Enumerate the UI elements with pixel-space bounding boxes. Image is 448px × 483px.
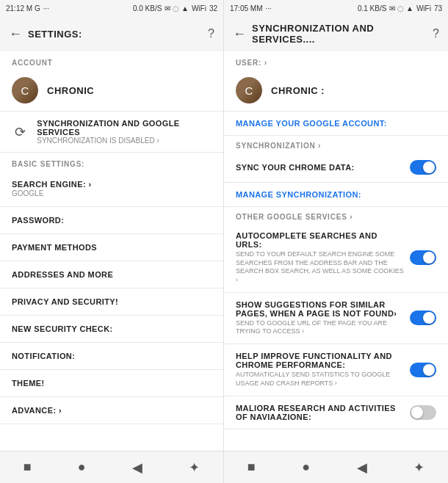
maliora-toggle[interactable] bbox=[410, 405, 436, 420]
privacy-title: PRIVACY AND SECURITY! bbox=[12, 297, 212, 306]
sync-chrome-text: SYNC YOUR CHROME DATA: bbox=[236, 163, 410, 172]
advance-title: ADVANCE: › bbox=[12, 406, 212, 415]
service-item-suggestions[interactable]: SHOW SUGGESTIONS FOR SIMILAR PAGES, WHEN… bbox=[224, 293, 448, 344]
autocomplete-sub: SEND TO YOUR DEFAULT SEARCH ENGINE SOME … bbox=[236, 250, 404, 285]
autocomplete-text: AUTOCOMPLETE SEARCHES AND URLS: SEND TO … bbox=[236, 231, 410, 285]
avatar-image: C bbox=[12, 77, 38, 104]
left-battery: 32 bbox=[209, 4, 217, 12]
addresses-title: ADDRESSES AND MORE bbox=[12, 270, 212, 279]
left-status-right: 0.0 KB/S ✉ ◌ ▲ WiFi 32 bbox=[133, 4, 217, 12]
sync-chrome-toggle[interactable] bbox=[410, 160, 436, 175]
improve-toggle[interactable] bbox=[410, 363, 436, 377]
security-check-title: NEW SECURITY CHECK: bbox=[12, 324, 212, 333]
improve-sub: AUTOMATICALLY SEND STATISTICS TO GOOGLE … bbox=[236, 371, 404, 388]
left-status-left: 21:12 M G ··· bbox=[6, 4, 49, 12]
maliora-knob bbox=[411, 407, 423, 418]
autocomplete-knob bbox=[423, 252, 435, 264]
suggestions-text: SHOW SUGGESTIONS FOR SIMILAR PAGES, WHEN… bbox=[236, 300, 410, 336]
left-content: ACCOUNT C CHRONIC ⟳ SYNCHRONIZATION AND … bbox=[0, 51, 223, 451]
right-nav-back-icon[interactable]: ◀ bbox=[351, 454, 373, 482]
right-status-left: 17:05 MM ··· bbox=[230, 4, 272, 12]
maliora-text: MALIORA RESEARCH AND ACTIVITIES OF NAVIA… bbox=[236, 404, 410, 421]
right-battery: 73 bbox=[434, 4, 442, 12]
left-status-dots: ··· bbox=[43, 4, 49, 12]
improve-title: HELP IMPROVE FUNCTIONALITY AND CHROME PE… bbox=[236, 352, 404, 369]
right-user-label: USER: › bbox=[224, 51, 448, 70]
nav-menu-icon[interactable]: ✦ bbox=[183, 454, 206, 482]
right-help-button[interactable]: ? bbox=[433, 27, 439, 40]
settings-item-advance[interactable]: ADVANCE: › bbox=[0, 397, 223, 424]
improve-knob bbox=[423, 364, 435, 376]
sync-chrome-item[interactable]: SYNC YOUR CHROME DATA: bbox=[224, 153, 448, 183]
right-panel: 17:05 MM ··· 0.1 KB/S ✉ ◌ ▲ WiFi 73 ← SY… bbox=[224, 0, 448, 483]
service-item-autocomplete[interactable]: AUTOCOMPLETE SEARCHES AND URLS: SEND TO … bbox=[224, 224, 448, 293]
right-status-right: 0.1 KB/S ✉ ◌ ▲ WiFi 73 bbox=[358, 4, 442, 12]
settings-item-payment[interactable]: PAYMENT METHODS bbox=[0, 234, 223, 261]
right-account-name: CHRONIC : bbox=[271, 85, 325, 96]
notification-title: NOTIFICATION: bbox=[12, 352, 212, 360]
settings-item-password[interactable]: PASSWORD: bbox=[0, 207, 223, 234]
right-page-title: SYNCHRONIZATION AND SERVICES.... bbox=[252, 23, 427, 45]
suggestions-knob bbox=[423, 312, 435, 324]
left-nav-bar: ■ ● ◀ ✦ bbox=[0, 451, 223, 483]
basic-settings-label: BASIC SETTINGS: bbox=[0, 153, 223, 171]
service-item-maliora[interactable]: MALIORA RESEARCH AND ACTIVITIES OF NAVIA… bbox=[224, 396, 448, 429]
left-back-button[interactable]: ← bbox=[9, 26, 22, 42]
left-status-bar: 21:12 M G ··· 0.0 KB/S ✉ ◌ ▲ WiFi 32 bbox=[0, 0, 223, 16]
nav-circle-icon[interactable]: ● bbox=[72, 454, 92, 481]
sync-subtitle: SYNCHRONIZATION IS DISABLED › bbox=[37, 137, 212, 145]
other-services-label: OTHER GOOGLE SERVICES › bbox=[224, 207, 448, 224]
left-wifi-icon: WiFi bbox=[192, 4, 206, 12]
sync-chrome-knob bbox=[423, 161, 435, 173]
right-account-row[interactable]: C CHRONIC : bbox=[224, 70, 448, 112]
theme-title: THEME! bbox=[12, 379, 212, 388]
improve-text: HELP IMPROVE FUNCTIONALITY AND CHROME PE… bbox=[236, 352, 410, 388]
left-help-button[interactable]: ? bbox=[208, 27, 214, 40]
left-page-title: SETTINGS: bbox=[28, 29, 202, 40]
settings-item-search-engine[interactable]: SEARCH ENGINE: › GOOGLE bbox=[0, 171, 223, 207]
search-engine-sub: GOOGLE bbox=[12, 189, 212, 197]
sync-icon: ⟳ bbox=[12, 124, 28, 140]
settings-item-notification[interactable]: NOTIFICATION: bbox=[0, 343, 223, 370]
right-nav-menu-icon[interactable]: ✦ bbox=[408, 454, 430, 482]
payment-title: PAYMENT METHODS bbox=[12, 243, 212, 252]
autocomplete-toggle[interactable] bbox=[410, 250, 436, 265]
settings-item-theme[interactable]: THEME! bbox=[0, 370, 223, 397]
settings-item-security-check[interactable]: NEW SECURITY CHECK: bbox=[0, 316, 223, 343]
suggestions-title: SHOW SUGGESTIONS FOR SIMILAR PAGES, WHEN… bbox=[236, 300, 404, 318]
suggestions-toggle[interactable] bbox=[410, 310, 436, 325]
manage-sync-link[interactable]: MANAGE SYNCHRONIZATION: bbox=[224, 183, 448, 207]
sync-text-block: SYNCHRONIZATION AND GOOGLE SERVICES SYNC… bbox=[37, 119, 212, 145]
password-title: PASSWORD: bbox=[12, 216, 212, 225]
service-item-improve[interactable]: HELP IMPROVE FUNCTIONALITY AND CHROME PE… bbox=[224, 344, 448, 396]
left-time: 21:12 M G bbox=[6, 4, 40, 12]
right-time: 17:05 MM bbox=[230, 4, 262, 12]
right-status-dots: ··· bbox=[265, 4, 271, 12]
account-row[interactable]: C CHRONIC bbox=[0, 70, 223, 112]
left-network: 0.0 KB/S bbox=[133, 4, 162, 12]
nav-stop-icon[interactable]: ■ bbox=[18, 454, 37, 481]
right-network: 0.1 KB/S bbox=[358, 4, 386, 12]
right-top-bar: ← SYNCHRONIZATION AND SERVICES.... ? bbox=[224, 16, 448, 51]
right-back-button[interactable]: ← bbox=[233, 26, 246, 42]
nav-back-icon[interactable]: ◀ bbox=[126, 454, 148, 482]
right-avatar-image: C bbox=[236, 77, 262, 104]
left-signal-icons: ✉ ◌ ▲ bbox=[165, 4, 188, 12]
search-engine-title: SEARCH ENGINE: › bbox=[12, 180, 212, 189]
right-nav-circle-icon[interactable]: ● bbox=[296, 454, 316, 481]
sync-row[interactable]: ⟳ SYNCHRONIZATION AND GOOGLE SERVICES SY… bbox=[0, 112, 223, 153]
right-wifi-icon: WiFi bbox=[416, 4, 431, 12]
settings-item-addresses[interactable]: ADDRESSES AND MORE bbox=[0, 261, 223, 288]
autocomplete-title: AUTOCOMPLETE SEARCHES AND URLS: bbox=[236, 231, 404, 249]
right-status-bar: 17:05 MM ··· 0.1 KB/S ✉ ◌ ▲ WiFi 73 bbox=[224, 0, 448, 16]
right-avatar: C bbox=[236, 77, 262, 104]
right-signal-icons: ✉ ◌ ▲ bbox=[389, 4, 413, 12]
right-nav-bar: ■ ● ◀ ✦ bbox=[224, 451, 448, 483]
avatar: C bbox=[12, 77, 38, 104]
right-content: USER: › C CHRONIC : MANAGE YOUR GOOGLE A… bbox=[224, 51, 448, 451]
right-nav-stop-icon[interactable]: ■ bbox=[242, 454, 261, 481]
account-name: CHRONIC bbox=[47, 85, 94, 96]
left-top-bar: ← SETTINGS: ? bbox=[0, 16, 223, 51]
settings-item-privacy[interactable]: PRIVACY AND SECURITY! bbox=[0, 288, 223, 316]
manage-account-link[interactable]: MANAGE YOUR GOOGLE ACCOUNT: bbox=[224, 112, 448, 136]
